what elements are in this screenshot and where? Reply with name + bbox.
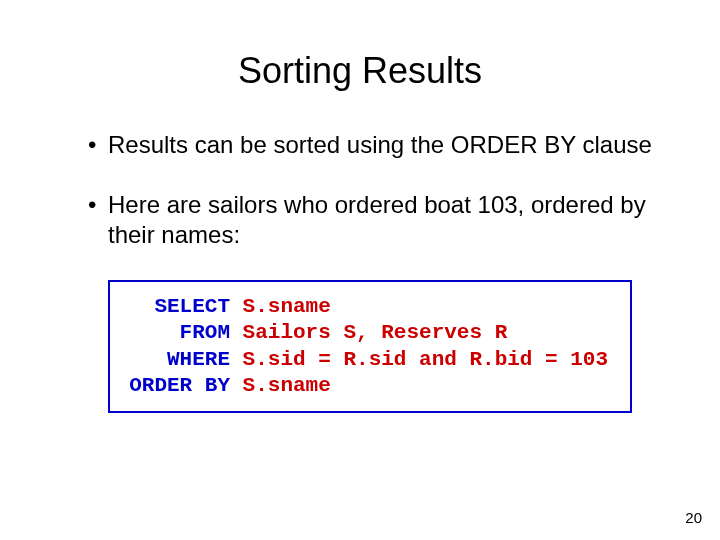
page-number: 20 (685, 509, 702, 526)
sql-body: S.sname (243, 295, 331, 318)
code-line: FROM Sailors S, Reserves R (124, 320, 616, 346)
code-line: SELECT S.sname (124, 294, 616, 320)
sql-keyword: SELECT (124, 294, 230, 320)
bullet-item: Results can be sorted using the ORDER BY… (88, 130, 660, 160)
sql-body: S.sid = R.sid and R.bid = 103 (243, 348, 608, 371)
code-line: ORDER BY S.sname (124, 373, 616, 399)
sql-keyword: ORDER BY (124, 373, 230, 399)
code-line: WHERE S.sid = R.sid and R.bid = 103 (124, 347, 616, 373)
slide-title: Sorting Results (60, 50, 660, 92)
sql-keyword: FROM (124, 320, 230, 346)
slide: Sorting Results Results can be sorted us… (0, 0, 720, 540)
bullet-item: Here are sailors who ordered boat 103, o… (88, 190, 660, 250)
sql-body: S.sname (243, 374, 331, 397)
sql-body: Sailors S, Reserves R (243, 321, 508, 344)
sql-keyword: WHERE (124, 347, 230, 373)
sql-code-box: SELECT S.sname FROM Sailors S, Reserves … (108, 280, 632, 413)
bullet-list: Results can be sorted using the ORDER BY… (60, 130, 660, 250)
